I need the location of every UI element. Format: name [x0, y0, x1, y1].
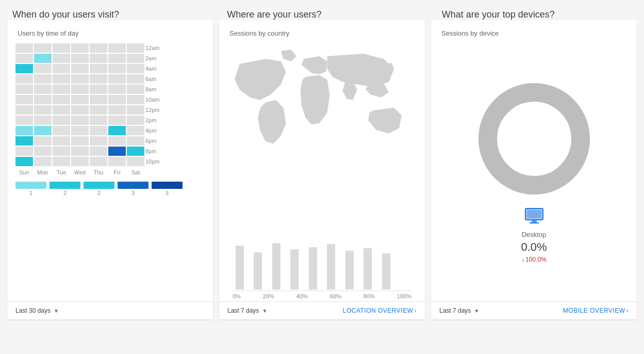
heatmap-time-label-6: 12pm — [145, 107, 162, 113]
device-header: Sessions by device — [431, 20, 637, 43]
heatmap-cell-8-1 — [34, 126, 52, 135]
heatmap-cell-3-3 — [71, 74, 89, 84]
heatmap-cell-1-1 — [34, 54, 52, 63]
heatmap-row-10: 8pm — [15, 147, 205, 156]
panel3-title-cell: What are your top devices? — [430, 0, 644, 20]
map-dropdown-arrow: ▼ — [262, 308, 267, 314]
heatmap-cell-2-2 — [53, 64, 70, 73]
heatmap-cell-6-4 — [90, 105, 107, 115]
titles-row: When do your users visit? Where are your… — [0, 0, 644, 20]
bar-col-1 — [251, 252, 266, 289]
legend-num-1: 1 — [29, 190, 32, 196]
heatmap-cell-3-1 — [34, 74, 52, 84]
heatmap-cell-0-3 — [71, 43, 89, 53]
heatmap-cell-2-6 — [127, 64, 144, 73]
bar-axis: 0% 20% 40% 60% 80% 100% — [233, 291, 411, 301]
heatmap-footer[interactable]: Last 30 days ▼ — [7, 301, 213, 319]
heatmap-row-11: 10pm — [15, 157, 205, 166]
heatmap-cell-1-0 — [15, 54, 33, 63]
heatmap-cell-9-1 — [34, 136, 52, 146]
heatmap-cell-6-1 — [34, 105, 52, 115]
bar-col-0 — [233, 246, 247, 289]
change-arrow-icon: ↓ — [521, 256, 524, 263]
heatmap-time-label-5: 10am — [145, 96, 162, 103]
day-mon: Mon — [34, 169, 52, 175]
heatmap-time-label-0: 12am — [145, 45, 162, 51]
heatmap-header: Users by time of day — [7, 20, 213, 43]
heatmap-cell-9-2 — [53, 136, 70, 146]
heatmap-row-7: 2pm — [15, 116, 205, 125]
heatmap-cell-8-5 — [108, 126, 126, 135]
heatmap-cell-2-0 — [15, 64, 33, 73]
heatmap-cell-0-5 — [108, 43, 126, 53]
heatmap-row-2: 4am — [15, 64, 205, 73]
heatmap-cell-8-6 — [127, 126, 144, 135]
heatmap-cell-2-5 — [108, 64, 126, 73]
heatmap-cell-11-4 — [90, 157, 107, 166]
device-name-label: Desktop — [522, 231, 547, 238]
bar-fill-8 — [382, 253, 390, 289]
heatmap-cell-11-2 — [53, 157, 70, 166]
heatmap-time-label-8: 4pm — [145, 127, 162, 134]
heatmap-cell-10-2 — [53, 147, 70, 156]
device-footer[interactable]: Last 7 days ▼ MOBILE OVERVIEW › — [431, 301, 637, 319]
location-overview-label: LOCATION OVERVIEW — [343, 307, 414, 314]
svg-rect-6 — [530, 222, 539, 223]
panel3-title: What are your top devices? — [442, 9, 555, 20]
heatmap-cell-1-3 — [71, 54, 89, 63]
heatmap-cell-0-4 — [90, 43, 107, 53]
bar-fill-6 — [345, 251, 354, 289]
mobile-overview-label: MOBILE OVERVIEW — [563, 307, 625, 314]
bar-col-3 — [288, 249, 302, 289]
svg-rect-5 — [532, 220, 537, 222]
heatmap-cell-5-2 — [53, 95, 70, 104]
axis-100: 100% — [397, 293, 411, 299]
mobile-overview-link[interactable]: MOBILE OVERVIEW › — [563, 307, 629, 314]
svg-rect-8 — [526, 210, 542, 219]
bar-fill-1 — [254, 252, 262, 289]
heatmap-cell-10-1 — [34, 147, 52, 156]
heatmap-cell-5-1 — [34, 95, 52, 104]
heatmap-cell-3-4 — [90, 74, 107, 84]
legend-1: 1 — [15, 182, 46, 196]
heatmap-container: 12am2am4am6am8am10am12pm2pm4pm6pm8pm10pm… — [7, 43, 213, 301]
heatmap-row-5: 10am — [15, 95, 205, 104]
donut-container: Desktop 0.0% ↓ 100.0% — [431, 43, 637, 301]
heatmap-cell-7-1 — [34, 116, 52, 125]
heatmap-cell-6-2 — [53, 105, 70, 115]
heatmap-row-0: 12am — [15, 43, 205, 53]
heatmap-grid: 12am2am4am6am8am10am12pm2pm4pm6pm8pm10pm — [15, 43, 205, 166]
location-overview-link[interactable]: LOCATION OVERVIEW › — [343, 307, 417, 314]
legend-row: 1 2 2 3 3 — [15, 178, 205, 198]
heatmap-row-1: 2am — [15, 54, 205, 63]
heatmap-footer-label: Last 30 days — [15, 307, 51, 314]
map-footer[interactable]: Last 7 days ▼ LOCATION OVERVIEW › — [219, 301, 425, 319]
map-panel: Sessions by country — [219, 20, 425, 319]
legend-num-3: 2 — [97, 190, 101, 196]
heatmap-cell-11-3 — [71, 157, 89, 166]
device-info: Desktop 0.0% ↓ 100.0% — [521, 208, 547, 263]
legend-bar-3 — [84, 182, 114, 189]
heatmap-cell-8-0 — [15, 126, 33, 135]
heatmap-cell-5-4 — [90, 95, 107, 104]
day-tue: Tue — [53, 169, 70, 175]
heatmap-cell-4-0 — [15, 85, 33, 94]
bar-fill-0 — [236, 246, 244, 289]
axis-60: 60% — [330, 293, 341, 299]
heatmap-time-label-11: 10pm — [145, 158, 162, 165]
heatmap-cell-2-4 — [90, 64, 107, 73]
day-sun: Sun — [15, 169, 33, 175]
day-fri: Fri — [108, 169, 126, 175]
heatmap-time-label-9: 6pm — [145, 138, 162, 144]
heatmap-cell-0-2 — [53, 43, 70, 53]
heatmap-cell-5-3 — [71, 95, 89, 104]
heatmap-cell-5-5 — [108, 95, 126, 104]
heatmap-cell-7-5 — [108, 116, 126, 125]
heatmap-cell-9-5 — [108, 136, 126, 146]
heatmap-days: Sun Mon Tue Wed Thu Fri Sat — [15, 166, 205, 178]
heatmap-row-4: 8am — [15, 85, 205, 94]
bar-col-7 — [361, 248, 375, 289]
heatmap-cell-2-3 — [71, 64, 89, 73]
heatmap-panel: Users by time of day 12am2am4am6am8am10a… — [7, 20, 213, 319]
bar-col-2 — [269, 243, 284, 289]
